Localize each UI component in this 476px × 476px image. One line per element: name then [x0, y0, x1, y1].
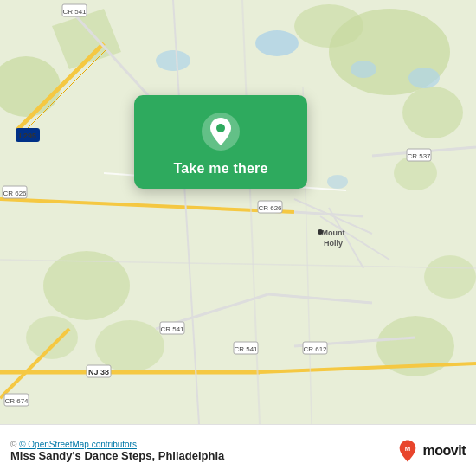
bottom-bar: © © OpenStreetMap contributors Miss Sand… [0, 424, 476, 476]
map-container: I 295 CR 541 CR 626 CR 626 CR 541 CR 541… [0, 0, 476, 424]
svg-text:NJ 38: NJ 38 [88, 368, 109, 376]
attribution-text: © © OpenStreetMap contributors [10, 440, 137, 449]
svg-point-8 [26, 316, 78, 359]
place-name: Miss Sandy's Dance Steps, Philadelphia [10, 449, 224, 462]
svg-point-3 [402, 87, 463, 138]
moovit-logo-area: M moovit [396, 439, 466, 463]
svg-text:Mount: Mount [322, 228, 345, 237]
svg-point-9 [95, 320, 164, 372]
take-me-there-button[interactable]: Take me there [173, 161, 267, 177]
svg-point-15 [408, 68, 440, 88]
svg-text:CR 541: CR 541 [160, 325, 184, 333]
svg-point-60 [318, 229, 323, 235]
attribution-link[interactable]: © OpenStreetMap contributors [19, 440, 137, 449]
svg-point-62 [216, 124, 225, 132]
svg-text:CR 612: CR 612 [303, 345, 327, 353]
map-svg: I 295 CR 541 CR 626 CR 626 CR 541 CR 541… [0, 0, 476, 424]
copyright-symbol: © [10, 440, 19, 449]
svg-text:CR 626: CR 626 [258, 204, 282, 212]
svg-point-14 [156, 50, 190, 71]
svg-text:I 295: I 295 [19, 132, 36, 140]
svg-point-12 [255, 30, 299, 56]
moovit-label: moovit [423, 443, 466, 459]
svg-point-16 [327, 175, 348, 189]
svg-point-2 [294, 4, 363, 48]
svg-point-13 [351, 61, 376, 78]
take-me-there-card[interactable]: Take me there [134, 95, 307, 189]
svg-text:CR 674: CR 674 [4, 397, 29, 405]
svg-text:CR 626: CR 626 [3, 190, 27, 197]
svg-text:Holly: Holly [324, 239, 343, 248]
svg-point-11 [424, 255, 476, 299]
svg-text:M: M [404, 445, 409, 453]
place-info: © © OpenStreetMap contributors Miss Sand… [10, 440, 396, 462]
location-pin-icon [200, 111, 241, 152]
svg-text:CR 537: CR 537 [407, 152, 431, 160]
svg-text:CR 541: CR 541 [62, 8, 87, 16]
moovit-pin-icon: M [396, 439, 420, 463]
svg-text:CR 541: CR 541 [234, 345, 258, 353]
